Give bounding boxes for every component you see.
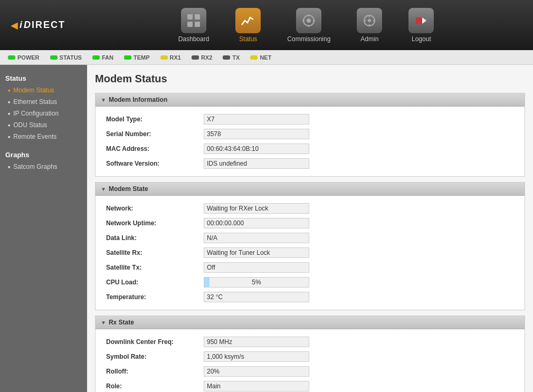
svg-marker-13 — [422, 17, 426, 24]
value-role: Main — [204, 381, 309, 391]
field-downlink-freq: Downlink Center Freq: 950 MHz — [106, 334, 514, 349]
field-role: Role: Main — [106, 379, 514, 392]
sidebar-graphs-heading: Graphs — [0, 147, 87, 161]
svg-point-5 — [307, 18, 311, 23]
nav-item-logout[interactable]: Logout — [398, 5, 444, 45]
led-status — [50, 55, 58, 60]
field-temperature: Temperature: 32 °C — [106, 290, 514, 304]
indicator-fan: FAN — [92, 54, 113, 61]
led-tx — [223, 55, 230, 60]
sidebar-item-modem-status[interactable]: Modem Status — [0, 84, 87, 96]
field-network: Network: Waiting for RXer Lock — [106, 201, 514, 216]
value-software-version: IDS undefined — [204, 158, 309, 169]
commissioning-icon — [296, 8, 321, 33]
logout-icon — [408, 8, 434, 33]
status-bar: POWER STATUS FAN TEMP RX1 RX2 TX NET — [0, 50, 533, 65]
nav-label-admin: Admin — [360, 35, 378, 43]
field-software-version: Software Version: IDS undefined — [106, 156, 514, 171]
svg-rect-2 — [187, 22, 193, 27]
svg-rect-3 — [195, 22, 200, 27]
modem-state-header[interactable]: Modem State — [96, 183, 525, 196]
sidebar-satcom-graphs-label: Satcom Graphs — [13, 163, 57, 170]
field-mac-address: MAC Address: 00:60:43:64:0B:10 — [106, 141, 514, 156]
field-satellite-tx: Satellite Tx: Off — [106, 260, 514, 275]
led-rx2 — [192, 55, 199, 60]
value-temperature: 32 °C — [204, 292, 309, 302]
svg-rect-0 — [187, 14, 193, 20]
field-data-link: Data Link: N/A — [106, 231, 514, 245]
field-serial-number: Serial Number: 3578 — [106, 127, 514, 141]
field-cpu-load: CPU Load: 5% — [106, 275, 514, 290]
logo-text: iDirect — [20, 20, 65, 31]
value-data-link: N/A — [204, 233, 309, 243]
svg-point-11 — [368, 19, 371, 22]
nav-item-status[interactable]: Status — [225, 5, 271, 45]
led-net — [250, 55, 258, 60]
main-layout: Status Modem Status Ethernet Status IP C… — [0, 65, 533, 392]
led-power — [8, 55, 15, 60]
sidebar-item-ip-configuration[interactable]: IP Configuration — [0, 108, 87, 119]
rx-state-section: Rx State Downlink Center Freq: 950 MHz S… — [95, 315, 525, 392]
field-model-type: Model Type: X7 — [106, 112, 514, 127]
nav-item-dashboard[interactable]: Dashboard — [168, 5, 220, 45]
modem-state-body: Network: Waiting for RXer Lock Network U… — [96, 196, 525, 310]
value-model-type: X7 — [204, 114, 309, 125]
svg-rect-1 — [195, 14, 200, 20]
sidebar-modem-status-label: Modem Status — [13, 87, 54, 94]
admin-icon — [357, 8, 382, 33]
indicator-rx1: RX1 — [160, 54, 181, 61]
sidebar-ethernet-label: Ethernet Status — [13, 98, 57, 106]
value-serial-number: 3578 — [204, 129, 309, 139]
indicator-temp: TEMP — [124, 54, 150, 61]
led-rx1 — [160, 55, 168, 60]
indicator-power: POWER — [8, 54, 40, 61]
nav-label-commissioning: Commissioning — [287, 35, 330, 43]
value-satellite-rx: Waiting for Tuner Lock — [204, 247, 309, 258]
nav-item-commissioning[interactable]: Commissioning — [277, 5, 341, 45]
value-mac-address: 00:60:43:64:0B:10 — [204, 144, 309, 154]
sidebar-item-ethernet-status[interactable]: Ethernet Status — [0, 96, 87, 108]
svg-rect-12 — [416, 17, 423, 24]
rx-state-body: Downlink Center Freq: 950 MHz Symbol Rat… — [96, 329, 525, 392]
status-icon — [235, 8, 261, 33]
sidebar-ip-label: IP Configuration — [13, 110, 59, 117]
led-fan — [92, 55, 100, 60]
dashboard-icon — [181, 8, 206, 33]
field-symbol-rate: Symbol Rate: 1,000 ksym/s — [106, 349, 514, 364]
top-navigation: ◀ iDirect Dashboard Status — [0, 0, 533, 50]
nav-label-logout: Logout — [412, 35, 431, 43]
value-rolloff: 20% — [204, 366, 309, 377]
nav-label-dashboard: Dashboard — [178, 35, 210, 43]
nav-label-status: Status — [239, 35, 257, 43]
sidebar-status-heading: Status — [0, 70, 87, 84]
value-network-uptime: 00:00:00.000 — [204, 218, 309, 228]
cpu-load-bar: 5% — [204, 277, 309, 288]
led-temp — [124, 55, 131, 60]
indicator-status: STATUS — [50, 54, 82, 61]
value-symbol-rate: 1,000 ksym/s — [204, 351, 309, 362]
rx-state-header[interactable]: Rx State — [96, 316, 525, 329]
value-network: Waiting for RXer Lock — [204, 203, 309, 214]
sidebar-odu-label: ODU Status — [13, 121, 47, 129]
logo: ◀ iDirect — [11, 20, 90, 31]
sidebar-item-odu-status[interactable]: ODU Status — [0, 119, 87, 131]
sidebar-item-satcom-graphs[interactable]: Satcom Graphs — [0, 161, 87, 173]
nav-item-admin[interactable]: Admin — [346, 5, 393, 45]
indicator-rx2: RX2 — [192, 54, 212, 61]
field-satellite-rx: Satellite Rx: Waiting for Tuner Lock — [106, 245, 514, 260]
modem-information-header[interactable]: Modem Information — [96, 93, 525, 107]
indicator-tx: TX — [223, 54, 240, 61]
page-title: Modem Status — [95, 73, 525, 85]
modem-information-body: Model Type: X7 Serial Number: 3578 MAC A… — [96, 107, 525, 176]
field-network-uptime: Network Uptime: 00:00:00.000 — [106, 216, 514, 231]
indicator-net: NET — [250, 54, 271, 61]
content-area: Modem Status Modem Information Model Typ… — [87, 65, 533, 392]
logo-arrow: ◀ — [11, 20, 18, 31]
value-downlink-freq: 950 MHz — [204, 337, 309, 347]
value-satellite-tx: Off — [204, 262, 309, 273]
field-rolloff: Rolloff: 20% — [106, 364, 514, 379]
sidebar: Status Modem Status Ethernet Status IP C… — [0, 65, 87, 392]
modem-information-section: Modem Information Model Type: X7 Serial … — [95, 93, 525, 177]
sidebar-item-remote-events[interactable]: Remote Events — [0, 131, 87, 142]
nav-items: Dashboard Status — [90, 5, 522, 45]
